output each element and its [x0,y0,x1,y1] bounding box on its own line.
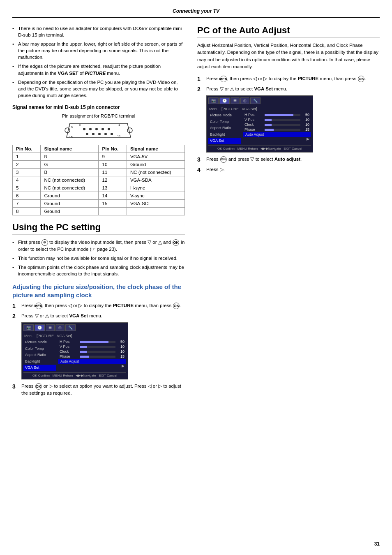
menu-row-clock: Clock 10 [58,349,126,354]
table-row: 4NC (not connected)12VGA-SDA [13,176,185,184]
menu-item-picture: Picture Mode [23,339,56,346]
svg-text:15: 15 [69,135,73,139]
menu-kbd-1: MEN [35,303,42,309]
r-menu-arrow-right: ▶ [307,137,309,141]
r-menu-tab-clock: 🕐 [219,97,230,104]
adjusting-heading: Adjusting the picture size/position, the… [12,283,185,299]
table-row: 2G10Ground [13,160,185,168]
diagram-label: Pin assignment for RGB/PC terminal [12,113,185,118]
r-menu-row-hpos: H Pos 50 [243,112,311,117]
right-step-4: 4 Press ▷. [197,166,380,173]
r-menu-row-vpos: V Pos 10 [243,117,311,122]
col-signal-2: Signal name [127,145,184,153]
r-menu-item-color: Color Temp [208,119,241,125]
menu-item-aspect: Aspect Ratio [23,352,56,358]
svg-point-7 [92,133,95,135]
pin-table: Pin No. Signal name Pin No. Signal name … [12,145,185,215]
menu-tabs-right: 📷 🕐 ☰ ◎ 🔧 [208,97,311,105]
svg-point-6 [86,133,88,135]
right-step-num-2: 2 [197,86,201,94]
r-menu-tab-list: ☰ [231,97,240,104]
right-step-num-3: 3 [197,156,201,164]
adjusting-step-1: 1 Press MEN, then press ◁ or ▷ to displa… [12,302,185,309]
menu-tab-clock: 🕐 [35,324,45,331]
svg-point-17 [127,128,132,133]
menu-footer-left: OK Confirm MENU Return ◀▶◆Navigate EXIT … [23,372,126,377]
r-menu-item-aspect: Aspect Ratio [208,125,241,132]
menu-body-left: Picture Mode Color Temp Aspect Ratio Bac… [23,339,126,371]
r-menu-item-picture: Picture Mode [208,112,241,119]
using-pc-heading: Using the PC setting [12,222,185,235]
r-menu-tab-circle: ◎ [240,97,249,104]
adjusting-step-3: 3 Press OK or ▷ to select an option you … [12,383,185,396]
svg-text:1: 1 [118,123,120,127]
using-pc-bullets: First press ⊙ to display the video input… [12,239,185,277]
step-num-1: 1 [12,302,16,310]
svg-text:11: 11 [117,134,121,138]
table-row: 6Ground14V-sync [13,192,185,199]
r-menu-tab-cam: 📷 [208,97,219,104]
svg-point-10 [111,133,113,135]
step-num-2: 2 [12,312,16,321]
svg-marker-0 [67,123,131,137]
ok-icon: OK [173,239,179,246]
bullet-3: If the edges of the picture are stretche… [12,63,185,76]
pc-bullet-1: First press ⊙ to display the video input… [12,239,185,252]
svg-text:10: 10 [69,125,73,129]
header-title: Connecting your TV [173,8,219,14]
table-row: 3B11NC (not connected) [13,168,185,176]
right-step-num-4: 4 [197,166,201,174]
menu-row-vpos: V Pos 10 [58,344,126,349]
svg-point-16 [65,128,70,133]
r-menu-left-panel: Picture Mode Color Temp Aspect Ratio Bac… [208,112,241,144]
col-pin-no-1: Pin No. [13,145,41,153]
table-row: 7Ground15VGA-SCL [13,199,185,207]
right-step-1: 1 Press MEN, then press ◁ or ▷ to displa… [197,75,380,82]
menu-row-hpos: H Pos 50 [58,339,126,344]
r-menu-item-vga: VGA Set [208,138,241,144]
menu-tabs-left: 📷 🕐 ☰ ◎ 🔧 [23,324,126,332]
adjusting-steps-2: 3 Press OK or ▷ to select an option you … [12,383,185,396]
svg-point-9 [104,133,107,135]
menu-body-right: Picture Mode Color Temp Aspect Ratio Bac… [208,112,311,144]
right-step-2: 2 Press ▽ or △ to select VGA Set menu. [197,86,380,92]
ok-kbd-3: OK [35,383,42,390]
bullet-2: A bar may appear in the upper, lower, ri… [12,41,185,60]
signal-section-title: Signal names for mini D-sub 15 pin conne… [12,104,185,110]
svg-point-4 [101,128,104,130]
pc-bullet-3: The optimum points of the clock phase an… [12,264,185,277]
svg-point-8 [98,133,101,135]
intro-bullets: There is no need to use an adapter for c… [12,25,185,99]
pc-bullet-2: This function may not be available for s… [12,255,185,261]
page-header: Connecting your TV [12,8,380,18]
bullet-1: There is no need to use an adapter for c… [12,25,185,38]
step-num-3: 3 [12,383,16,391]
connector-svg: 10 5 1 11 15 [62,120,136,141]
right-steps-2: 3 Press OK and press ▽ to select Auto ad… [197,156,380,173]
menu-kbd-r1: MEN [220,76,227,82]
menu-row-phase: Phase 15 [58,354,126,359]
menu-footer-right: OK Confirm MENU Return ◀▶◆Navigate EXIT … [208,146,311,150]
r-menu-right-panel: H Pos 50 V Pos 10 Clock 10 [243,112,311,144]
menu-tab-wrench: 🔧 [65,324,76,331]
menu-tab-circle: ◎ [55,324,65,331]
table-row: 5NC (not connected)13H-sync [13,184,185,192]
menu-right-panel: H Pos 50 V Pos 10 Clock 10 [58,339,126,371]
ok-kbd-r3: OK [220,156,227,163]
menu-auto-adjust-left: Auto Adjust [58,359,126,364]
menu-left-panel: Picture Mode Color Temp Aspect Ratio Bac… [23,339,56,371]
r-menu-item-backlight: Backlight [208,132,241,138]
right-steps: 1 Press MEN, then press ◁ or ▷ to displa… [197,75,380,92]
right-step-3: 3 Press OK and press ▽ to select Auto ad… [197,156,380,163]
r-menu-tab-wrench: 🔧 [250,97,261,104]
adjusting-step-2: 2 Press ▽ or △ to select VGA Set menu. [12,312,185,319]
ok-kbd-1: OK [173,303,180,309]
menu-item-color: Color Temp [23,346,56,352]
menu-screenshot-left: 📷 🕐 ☰ ◎ 🔧 Menu...[PICTURE...VGA Set] Pic… [21,322,128,379]
svg-point-1 [83,128,85,130]
main-content: There is no need to use an adapter for c… [12,25,380,400]
left-column: There is no need to use an adapter for c… [12,25,185,400]
pc-auto-adjust-heading: PC of the Auto Adjust [197,25,380,38]
bullet-4: Depending on the specification of the PC… [12,79,185,99]
col-pin-no-2: Pin No. [99,145,127,153]
